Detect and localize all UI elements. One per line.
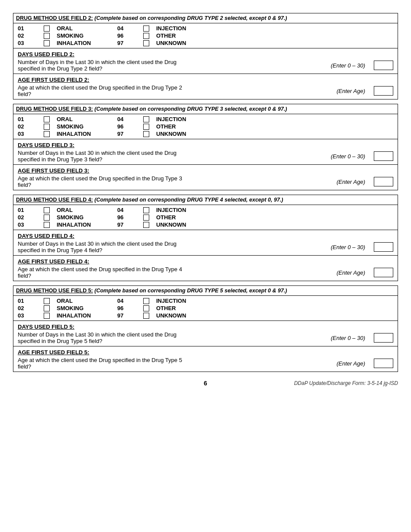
- days-subsection-field5: DAYS USED FIELD 5:Number of Days in the …: [13, 320, 398, 346]
- method-label-field3-04: INJECTION: [156, 116, 225, 122]
- days-desc-field2: Number of Days in the Last 30 in which t…: [18, 59, 182, 72]
- checkbox-field2-04[interactable]: [143, 26, 149, 32]
- checkbox-field2-02[interactable]: [44, 33, 50, 39]
- method-note: (Complete based on corresponding DRUG TY…: [94, 106, 287, 112]
- method-title: DRUG METHOD USE FIELD 3:: [16, 106, 93, 112]
- days-title-field4: DAYS USED FIELD 4:: [18, 233, 393, 239]
- days-row-field5: Number of Days in the Last 30 in which t…: [18, 331, 393, 344]
- age-row-field2: Age at which the client used the Drug sp…: [18, 84, 393, 97]
- method-label-field5-97: UNKNOWN: [156, 312, 225, 319]
- code-num-field4-03: 03: [18, 221, 44, 228]
- method-label-field5-02: SMOKING: [57, 305, 117, 311]
- checkbox-field2-96[interactable]: [143, 33, 149, 39]
- method-grid-field5: 01ORAL04INJECTION02SMOKING96OTHER03INHAL…: [13, 296, 398, 320]
- method-label-field4-03: INHALATION: [57, 221, 117, 228]
- header-field2: DRUG METHOD USE FIELD 2: (Complete based…: [13, 13, 398, 23]
- code-num-field5-02: 02: [18, 305, 44, 311]
- days-hint-field3: (Enter 0 – 30): [331, 153, 366, 160]
- checkbox-field2-03[interactable]: [44, 40, 50, 46]
- age-row-field4: Age at which the client used the Drug sp…: [18, 266, 393, 279]
- method-label-field2-01: ORAL: [57, 25, 117, 32]
- checkbox-field5-96[interactable]: [143, 305, 149, 311]
- days-input-field5[interactable]: [374, 333, 393, 343]
- checkbox-field4-04[interactable]: [143, 207, 149, 213]
- days-input-field4[interactable]: [374, 242, 393, 252]
- age-input-field2[interactable]: [374, 86, 393, 96]
- method-label-field3-02: SMOKING: [57, 123, 117, 130]
- days-subsection-field4: DAYS USED FIELD 4:Number of Days in the …: [13, 230, 398, 255]
- days-title-field5: DAYS USED FIELD 5:: [18, 324, 393, 330]
- checkbox-field4-02[interactable]: [44, 215, 50, 221]
- method-label-field4-02: SMOKING: [57, 214, 117, 221]
- checkbox-field3-02[interactable]: [44, 124, 50, 130]
- code-num-field5-01: 01: [18, 298, 44, 304]
- checkbox-field5-02[interactable]: [44, 305, 50, 311]
- checkbox-field3-96[interactable]: [143, 124, 149, 130]
- checkbox-field4-97[interactable]: [143, 222, 149, 228]
- method-label-field2-96: OTHER: [156, 32, 225, 39]
- code-num-field4-97: 97: [117, 221, 143, 228]
- code-num-field4-01: 01: [18, 207, 44, 213]
- checkbox-field4-01[interactable]: [44, 207, 50, 213]
- section-field3: DRUG METHOD USE FIELD 3: (Complete based…: [13, 104, 398, 190]
- code-num-field3-03: 03: [18, 131, 44, 137]
- checkbox-field3-04[interactable]: [143, 116, 149, 122]
- days-input-field3[interactable]: [374, 151, 393, 161]
- method-note: (Complete based on corresponding DRUG TY…: [94, 15, 287, 21]
- code-num-field3-02: 02: [18, 123, 44, 130]
- checkbox-field5-04[interactable]: [143, 298, 149, 304]
- age-subsection-field4: AGE FIRST USED FIELD 4:Age at which the …: [13, 255, 398, 281]
- footer-note: DDaP Update/Discharge Form: 3-5-14 jg-IS…: [294, 380, 398, 386]
- checkbox-field3-97[interactable]: [143, 131, 149, 137]
- code-num-field2-97: 97: [117, 40, 143, 46]
- days-hint-field2: (Enter 0 – 30): [331, 62, 366, 69]
- code-num-field3-96: 96: [117, 123, 143, 130]
- age-subsection-field2: AGE FIRST USED FIELD 2:Age at which the …: [13, 74, 398, 99]
- code-num-field5-03: 03: [18, 312, 44, 319]
- code-num-field2-04: 04: [117, 25, 143, 32]
- method-note: (Complete based on corresponding DRUG TY…: [94, 288, 287, 294]
- age-input-field4[interactable]: [374, 268, 393, 277]
- code-num-field5-96: 96: [117, 305, 143, 311]
- checkbox-field5-03[interactable]: [44, 313, 50, 319]
- days-title-field3: DAYS USED FIELD 3:: [18, 142, 393, 148]
- age-desc-field5: Age at which the client used the Drug sp…: [18, 357, 182, 370]
- age-hint-field5: (Enter Age): [337, 360, 365, 367]
- code-num-field3-97: 97: [117, 131, 143, 137]
- method-label-field4-97: UNKNOWN: [156, 221, 225, 228]
- code-num-field3-01: 01: [18, 116, 44, 122]
- checkbox-field5-01[interactable]: [44, 298, 50, 304]
- days-input-field2[interactable]: [374, 61, 393, 70]
- age-subsection-field3: AGE FIRST USED FIELD 3:Age at which the …: [13, 164, 398, 190]
- days-desc-field4: Number of Days in the Last 30 in which t…: [18, 240, 182, 253]
- age-input-field3[interactable]: [374, 177, 393, 186]
- checkbox-field2-01[interactable]: [44, 26, 50, 32]
- age-hint-field2: (Enter Age): [337, 88, 365, 94]
- age-input-field5[interactable]: [374, 359, 393, 368]
- checkbox-field3-01[interactable]: [44, 116, 50, 122]
- days-row-field3: Number of Days in the Last 30 in which t…: [18, 150, 393, 163]
- method-note: (Complete based on corresponding DRUG TY…: [94, 197, 283, 203]
- days-row-field4: Number of Days in the Last 30 in which t…: [18, 240, 393, 253]
- method-label-field4-04: INJECTION: [156, 207, 225, 213]
- page-number: 6: [204, 380, 207, 387]
- code-num-field5-04: 04: [117, 298, 143, 304]
- days-desc-field3: Number of Days in the Last 30 in which t…: [18, 150, 182, 163]
- checkbox-field4-03[interactable]: [44, 222, 50, 228]
- age-title-field2: AGE FIRST USED FIELD 2:: [18, 77, 393, 83]
- days-title-field2: DAYS USED FIELD 2:: [18, 51, 393, 58]
- method-label-field2-04: INJECTION: [156, 25, 225, 32]
- method-label-field4-96: OTHER: [156, 214, 225, 221]
- checkbox-field3-03[interactable]: [44, 131, 50, 137]
- days-hint-field5: (Enter 0 – 30): [331, 335, 366, 341]
- code-num-field2-96: 96: [117, 32, 143, 39]
- method-label-field5-03: INHALATION: [57, 312, 117, 319]
- checkbox-field4-96[interactable]: [143, 215, 149, 221]
- days-row-field2: Number of Days in the Last 30 in which t…: [18, 59, 393, 72]
- checkbox-field2-97[interactable]: [143, 40, 149, 46]
- header-field5: DRUG METHOD USE FIELD 5: (Complete based…: [13, 286, 398, 296]
- code-num-field4-02: 02: [18, 214, 44, 221]
- days-subsection-field3: DAYS USED FIELD 3:Number of Days in the …: [13, 139, 398, 164]
- method-label-field3-96: OTHER: [156, 123, 225, 130]
- checkbox-field5-97[interactable]: [143, 313, 149, 319]
